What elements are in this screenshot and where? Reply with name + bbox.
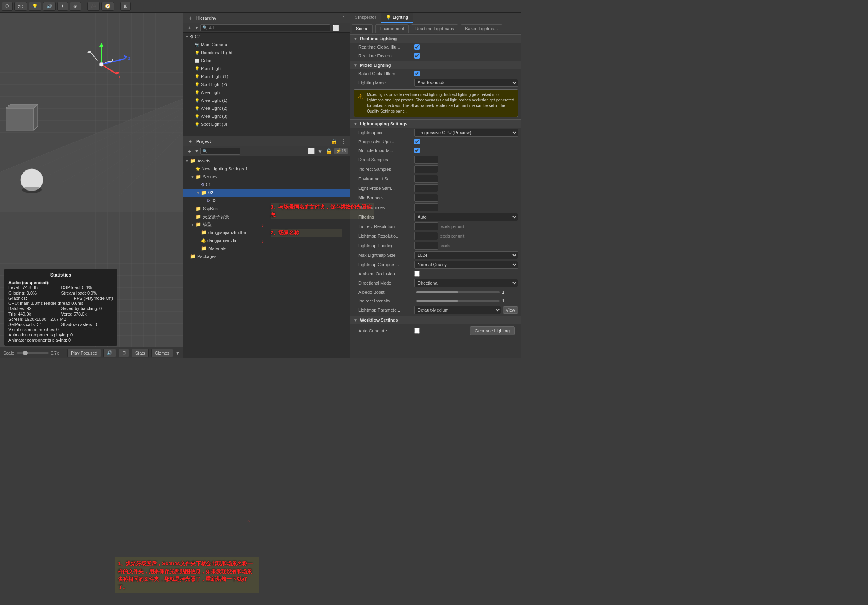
hierarchy-menu-btn[interactable]: ⋮ [340, 14, 347, 21]
proj-label-5: 02 [212, 198, 216, 203]
project-search[interactable]: 🔍 [200, 148, 240, 155]
max-bounces-input[interactable]: 2 [414, 203, 438, 211]
project-add-btn[interactable]: + [187, 138, 194, 145]
direct-samples-input[interactable]: 32 [414, 156, 438, 164]
proj-dropdown[interactable]: ▼ [195, 149, 199, 154]
lightmap-padding-input[interactable]: 2 [414, 242, 438, 250]
view-btn[interactable]: View [503, 306, 518, 314]
ambient-occlusion-check[interactable] [414, 271, 420, 277]
project-item-5[interactable]: ⚙02 [183, 197, 350, 205]
hierarchy-item-3[interactable]: 💡Point Light [183, 64, 350, 72]
hier-menu-btn[interactable]: ⋮ [341, 24, 348, 31]
lightmap-param-dropdown[interactable]: Default-Medium [414, 306, 501, 314]
project-item-10[interactable]: 🌟dangjianjianzhu [183, 236, 350, 244]
project-item-4[interactable]: ▼📁02 [183, 189, 350, 197]
indirect-slider[interactable] [416, 300, 500, 302]
mixed-lighting-section[interactable]: ▼ Mixed Lighting [350, 61, 521, 69]
hierarchy-item-8[interactable]: 💡Area Light (2) [183, 104, 350, 112]
baked-global-check[interactable] [414, 71, 420, 76]
proj-expand-btn[interactable]: ⬜ [308, 148, 315, 155]
lighting-mode-dropdown[interactable]: Shadowmask [414, 79, 518, 87]
audio-tool[interactable]: 🔊 [43, 2, 56, 11]
hierarchy-item-10[interactable]: 💡Spot Light (3) [183, 120, 350, 128]
albedo-slider[interactable] [416, 291, 500, 293]
realtime-lightmaps-tab[interactable]: Realtime Lightmaps [411, 24, 458, 33]
scale-slider[interactable] [17, 352, 49, 354]
lightmap-compress-dropdown[interactable]: Normal Quality [414, 261, 518, 269]
environment-tab[interactable]: Environment [375, 24, 409, 33]
min-bounces-input[interactable]: 1 [414, 194, 438, 202]
baked-global-label: Baked Global Illum [358, 71, 414, 76]
indirect-resolution-input[interactable]: 2 [414, 222, 438, 230]
project-lock-btn[interactable]: 🔒 [330, 138, 337, 145]
proj-lock2-btn[interactable]: 🔒 [325, 148, 333, 155]
eye-tool[interactable]: 👁 [70, 2, 81, 11]
project-toolbar: + ▼ 🔍 ⬜ ★ 🔒 ⚡16 [183, 146, 350, 156]
max-lightmap-dropdown[interactable]: 1024 [414, 251, 518, 259]
layers-btn[interactable]: ⊞ [119, 349, 129, 357]
camera-tool[interactable]: 🎥 [87, 2, 100, 11]
hierarchy-item-9[interactable]: 💡Area Light (3) [183, 112, 350, 120]
indirect-samples-input[interactable]: 512 [414, 165, 438, 173]
expand-arrow-2: ▼ [191, 175, 195, 179]
proj-plus-btn[interactable]: + [186, 148, 193, 155]
hierarchy-add-btn[interactable]: + [187, 14, 194, 21]
play-mode-btn[interactable]: Play Focused [67, 349, 101, 357]
lightmap-resolution-input[interactable]: 40 [414, 232, 438, 240]
generate-lighting-btn[interactable]: Generate Lighting [470, 326, 515, 335]
realtime-global-check[interactable] [414, 44, 420, 50]
hierarchy-item-2[interactable]: ⬜Cube [183, 57, 350, 64]
tab-inspector[interactable]: ℹ Inspector [350, 13, 381, 23]
transform-tool[interactable]: ⬡ [2, 2, 13, 11]
workflow-section[interactable]: ▼ Workflow Settings [350, 316, 521, 324]
audio-btn[interactable]: 🔊 [103, 349, 116, 357]
baked-lightmaps-tab[interactable]: Baked Lightma... [461, 24, 502, 33]
folder-icon: 📁 [190, 158, 196, 164]
progressive-upc-check[interactable] [414, 139, 420, 144]
tab-lighting[interactable]: 💡 Lighting [381, 13, 413, 23]
directional-mode-dropdown[interactable]: Directional [414, 279, 518, 287]
realtime-lighting-section[interactable]: ▼ Realtime Lighting [350, 34, 521, 43]
hierarchy-item-6[interactable]: 💡Area Light [183, 88, 350, 96]
project-item-6[interactable]: 📁SkyBox [183, 205, 350, 213]
2d-mode-btn[interactable]: 2D [14, 2, 27, 11]
hierarchy-item-0[interactable]: 📷Main Camera [183, 41, 350, 49]
hierarchy-search-bar[interactable]: 🔍 All [200, 24, 330, 31]
proj-star-btn[interactable]: ★ [317, 148, 324, 155]
hierarchy-scene-root[interactable]: ▼ ⚙ 02 [183, 33, 350, 41]
environment-sa-input[interactable]: 256 [414, 175, 438, 183]
hierarchy-item-5[interactable]: 💡Spot Light (2) [183, 80, 350, 88]
hierarchy-item-4[interactable]: 💡Point Light (1) [183, 72, 350, 80]
project-item-11[interactable]: 📁Materials [183, 244, 350, 252]
project-item-12[interactable]: 📁Packages [183, 252, 350, 260]
project-item-8[interactable]: ▼📁模型 [183, 221, 350, 228]
hierarchy-item-7[interactable]: 💡Area Light (1) [183, 96, 350, 104]
hierarchy-item-1[interactable]: 💡Directional Light [183, 49, 350, 57]
hier-expand-btn[interactable]: ⬜ [332, 24, 339, 31]
light-tool[interactable]: 💡 [29, 2, 41, 11]
hier-plus-btn[interactable]: + [186, 24, 193, 31]
project-item-2[interactable]: ▼📁Scenes [183, 173, 350, 181]
hier-dropdown-arrow[interactable]: ▼ [195, 25, 199, 30]
gizmos-btn[interactable]: Gizmos [151, 349, 173, 357]
project-item-9[interactable]: 📁dangjianjianzhu.fbm [183, 228, 350, 236]
albedo-boost-row: Albedo Boost 1 [350, 288, 521, 297]
project-menu-btn[interactable]: ⋮ [340, 138, 347, 145]
auto-generate-check[interactable] [414, 328, 420, 334]
project-item-0[interactable]: ▼📁Assets [183, 157, 350, 165]
project-item-1[interactable]: 🌟New Lighting Settings 1 [183, 165, 350, 173]
filtering-dropdown[interactable]: Auto [414, 213, 518, 221]
auto-generate-label: Auto Generate [358, 328, 414, 333]
effects-tool[interactable]: ✦ [57, 2, 68, 11]
realtime-environ-check[interactable] [414, 53, 420, 59]
lightmapper-dropdown[interactable]: Progressive GPU (Preview) [414, 129, 518, 137]
stats-btn[interactable]: Stats [132, 349, 149, 357]
multiple-importa-check[interactable] [414, 148, 420, 153]
lightmapping-section[interactable]: ▼ Lightmapping Settings [350, 119, 521, 128]
light-probe-input[interactable]: 4 [414, 184, 438, 192]
nav-tool[interactable]: 🧭 [101, 2, 114, 11]
grid-tool[interactable]: ⊞ [120, 2, 131, 11]
scene-tab[interactable]: Scene [352, 24, 373, 33]
project-item-7[interactable]: 📁天空盒子背景 [183, 213, 350, 221]
project-item-3[interactable]: ⚙01 [183, 181, 350, 189]
